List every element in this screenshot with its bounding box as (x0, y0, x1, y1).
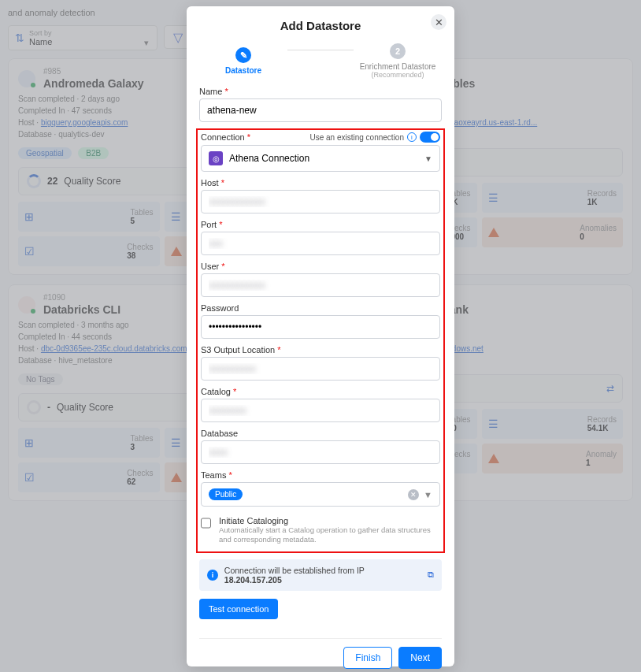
initiate-cataloging-desc: Automatically start a Catalog operation … (219, 525, 440, 545)
step-enrichment[interactable]: 2 Enrichment Datastore (Recommended) (354, 43, 442, 79)
password-input[interactable] (201, 315, 440, 339)
step-number: 2 (390, 43, 406, 59)
catalog-label: Catalog * (201, 387, 440, 396)
ip-address: 18.204.157.205 (224, 575, 282, 585)
port-input[interactable] (201, 232, 440, 255)
add-datastore-modal: ✕ Add Datastore ✎ Datastore 2 Enrichment… (187, 6, 454, 666)
connection-value: Athena Connection (229, 153, 309, 164)
info-icon: i (207, 570, 218, 581)
name-label: Name * (199, 87, 442, 96)
finish-button[interactable]: Finish (343, 647, 392, 669)
connection-select[interactable]: ◎ Athena Connection ▼ (201, 145, 440, 172)
s3-input[interactable] (201, 357, 440, 381)
clear-teams-button[interactable]: ✕ (408, 489, 419, 500)
initiate-cataloging-label: Initiate Cataloging (219, 516, 440, 525)
database-input[interactable] (201, 440, 440, 464)
ip-info-banner: i Connection will be established from IP… (199, 559, 442, 591)
step-connector (287, 50, 354, 50)
chevron-down-icon: ▼ (424, 490, 432, 499)
copy-ip-button[interactable]: ⧉ (428, 570, 434, 580)
next-button[interactable]: Next (398, 647, 442, 669)
host-input[interactable] (201, 190, 440, 213)
catalog-input[interactable] (201, 399, 440, 422)
stepper: ✎ Datastore 2 Enrichment Datastore (Reco… (199, 43, 442, 79)
connection-label: Connection * (201, 132, 250, 142)
step-label: Datastore (225, 66, 261, 75)
team-chip-public[interactable]: Public (209, 488, 243, 500)
host-label: Host * (201, 178, 440, 187)
database-label: Database (201, 429, 440, 438)
name-input[interactable] (199, 98, 442, 122)
info-icon[interactable]: i (407, 132, 417, 142)
close-icon: ✕ (435, 17, 443, 28)
user-label: User * (201, 262, 440, 271)
pencil-icon: ✎ (235, 47, 251, 63)
highlighted-section: Connection * Use an existing connection … (196, 128, 445, 553)
ip-text: Connection will be established from IP (224, 566, 365, 575)
close-button[interactable]: ✕ (431, 14, 446, 30)
user-input[interactable] (201, 273, 440, 297)
use-existing-label: Use an existing connection (309, 133, 404, 142)
s3-label: S3 Output Location * (201, 345, 440, 355)
teams-label: Teams * (201, 470, 440, 480)
use-existing-toggle[interactable] (420, 132, 440, 143)
test-connection-button[interactable]: Test connection (199, 599, 278, 619)
step-label: Enrichment Datastore (360, 62, 436, 71)
port-label: Port * (201, 220, 440, 229)
chevron-down-icon: ▼ (424, 154, 432, 163)
athena-icon: ◎ (209, 151, 223, 165)
step-datastore[interactable]: ✎ Datastore (199, 47, 287, 75)
step-sublabel: (Recommended) (371, 71, 424, 79)
initiate-cataloging-checkbox[interactable] (201, 518, 211, 529)
password-label: Password (201, 303, 440, 313)
teams-select[interactable]: Public ✕ ▼ (201, 482, 440, 507)
modal-overlay: ✕ Add Datastore ✎ Datastore 2 Enrichment… (0, 0, 641, 672)
modal-title: Add Datastore (199, 19, 442, 32)
